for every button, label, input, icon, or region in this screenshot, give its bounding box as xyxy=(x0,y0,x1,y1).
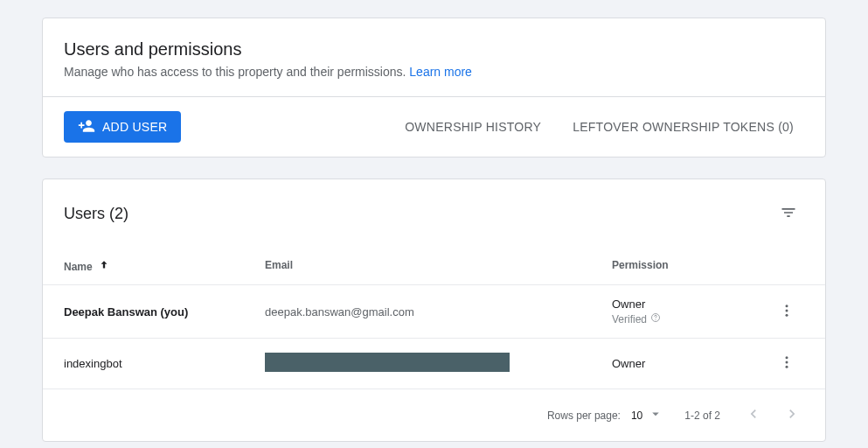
header-card: Users and permissions Manage who has acc… xyxy=(42,18,826,158)
help-icon[interactable] xyxy=(650,312,661,326)
rows-per-label: Rows per page: xyxy=(547,410,621,422)
verified-label: Verified xyxy=(612,313,647,326)
rows-per-select[interactable]: 10 xyxy=(631,406,663,424)
row-menu-button[interactable] xyxy=(775,299,798,325)
cell-permission: Owner Verified xyxy=(612,298,769,326)
card-header: Users and permissions Manage who has acc… xyxy=(43,18,825,96)
rows-per-value: 10 xyxy=(631,410,642,422)
svg-point-2 xyxy=(786,309,788,312)
dropdown-icon xyxy=(648,406,663,424)
column-email-label: Email xyxy=(265,259,293,271)
chevron-left-icon xyxy=(745,412,762,425)
page-range: 1-2 of 2 xyxy=(684,410,720,422)
column-permission-label: Permission xyxy=(612,259,669,271)
svg-point-5 xyxy=(786,361,788,364)
subtitle-text: Manage who has access to this property a… xyxy=(64,65,409,79)
add-user-button[interactable]: ADD USER xyxy=(64,111,181,143)
column-name-label: Name xyxy=(64,261,93,273)
more-vert-icon xyxy=(779,308,795,321)
cell-name: indexingbot xyxy=(64,357,265,370)
cell-email: deepak.banswan@gmail.com xyxy=(265,305,612,318)
prev-page-button[interactable] xyxy=(741,402,766,429)
page-title: Users and permissions xyxy=(64,39,804,60)
table-header: Users (2) xyxy=(43,179,825,245)
column-header-permission[interactable]: Permission xyxy=(612,259,769,274)
cell-email xyxy=(265,353,612,374)
column-header-email[interactable]: Email xyxy=(265,259,612,274)
ownership-history-button[interactable]: OWNERSHIP HISTORY xyxy=(394,113,552,141)
svg-point-4 xyxy=(786,356,788,359)
permission-value: Owner xyxy=(612,298,769,311)
filter-icon xyxy=(780,211,797,224)
more-vert-icon xyxy=(779,360,795,373)
column-header-actions xyxy=(769,259,804,274)
table-head-row: Name Email Permission xyxy=(43,245,825,284)
permission-value: Owner xyxy=(612,357,769,370)
verified-badge: Verified xyxy=(612,312,661,326)
users-table-card: Users (2) Name Email Permission Deepak B… xyxy=(42,178,826,442)
page-nav xyxy=(741,402,804,429)
row-menu-button[interactable] xyxy=(775,351,798,376)
add-user-label: ADD USER xyxy=(102,120,167,134)
next-page-button[interactable] xyxy=(780,402,804,429)
svg-point-6 xyxy=(786,366,788,368)
cell-name: Deepak Banswan (you) xyxy=(64,305,265,318)
cell-actions xyxy=(769,299,804,325)
toolbar: ADD USER OWNERSHIP HISTORY LEFTOVER OWNE… xyxy=(43,96,825,157)
page-subtitle: Manage who has access to this property a… xyxy=(64,65,804,79)
table-footer: Rows per page: 10 1-2 of 2 xyxy=(43,388,825,441)
table-title: Users (2) xyxy=(64,205,128,223)
table-row: Deepak Banswan (you) deepak.banswan@gmai… xyxy=(43,284,825,338)
svg-point-1 xyxy=(786,304,788,307)
rows-per-page: Rows per page: 10 xyxy=(547,406,663,424)
svg-point-3 xyxy=(786,313,788,316)
chevron-right-icon xyxy=(783,412,801,425)
table-row: indexingbot Owner xyxy=(43,338,825,388)
cell-permission: Owner xyxy=(612,357,769,370)
filter-button[interactable] xyxy=(773,197,804,231)
sort-ascending-icon xyxy=(98,259,110,274)
learn-more-link[interactable]: Learn more xyxy=(409,65,472,79)
person-add-icon xyxy=(78,117,95,137)
redacted-email xyxy=(265,353,510,372)
leftover-tokens-button[interactable]: LEFTOVER OWNERSHIP TOKENS (0) xyxy=(562,113,804,141)
cell-actions xyxy=(769,351,804,376)
column-header-name[interactable]: Name xyxy=(64,259,265,274)
